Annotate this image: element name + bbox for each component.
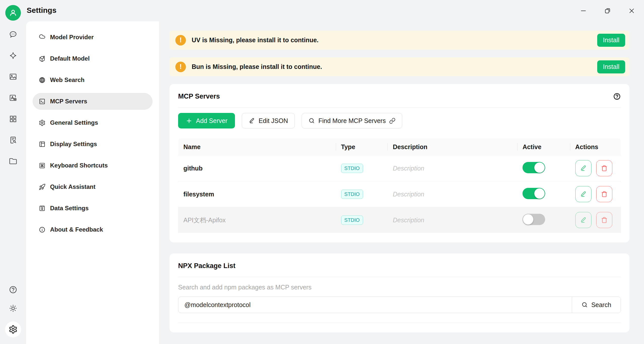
- help-button[interactable]: [8, 284, 19, 295]
- delete-server-button[interactable]: [596, 212, 612, 228]
- mcp-help-button[interactable]: [613, 93, 621, 100]
- chat-button[interactable]: [8, 29, 19, 40]
- images-button[interactable]: [8, 71, 19, 82]
- trash-icon: [601, 217, 608, 224]
- settings-button[interactable]: [5, 321, 21, 337]
- sidebar-item-data-settings[interactable]: Data Settings: [33, 200, 152, 217]
- type-badge: STDIO: [341, 190, 363, 199]
- pencil-icon: [580, 191, 587, 198]
- server-name: filesystem: [178, 191, 336, 198]
- sidebar-item-label: Model Provider: [50, 34, 94, 41]
- npx-card-title: NPX Package List: [178, 262, 235, 270]
- translate-button[interactable]: [8, 92, 19, 103]
- gear-icon: [39, 119, 46, 126]
- add-server-button[interactable]: Add Server: [178, 113, 235, 128]
- install-uv-button[interactable]: Install: [597, 34, 625, 47]
- plus-icon: [186, 117, 192, 124]
- table-row: API文档-Apifox STDIO Description: [178, 207, 621, 233]
- folder-icon: [9, 157, 17, 165]
- npm-search-input[interactable]: [178, 297, 572, 313]
- active-toggle[interactable]: [522, 188, 545, 199]
- npm-search-button[interactable]: Search: [572, 297, 621, 313]
- sidebar-item-mcp-servers[interactable]: MCP Servers: [33, 93, 152, 110]
- mcp-servers-table: Name Type Description Active Actions git…: [178, 139, 621, 233]
- avatar[interactable]: [5, 5, 21, 21]
- files-button[interactable]: [8, 156, 19, 167]
- sidebar-item-keyboard-shortcuts[interactable]: Keyboard Shortcuts: [33, 157, 152, 174]
- col-type: Type: [336, 143, 388, 151]
- sidebar-item-model-provider[interactable]: Model Provider: [33, 29, 152, 46]
- mini-apps-button[interactable]: [8, 113, 19, 124]
- sidebar-item-general-settings[interactable]: General Settings: [33, 114, 152, 131]
- sidebar-item-label: Quick Assistant: [50, 183, 96, 190]
- sun-icon: [9, 304, 18, 313]
- question-circle-icon: [613, 93, 621, 100]
- chat-icon: [9, 30, 17, 39]
- layout-icon: [39, 141, 46, 148]
- trash-icon: [601, 165, 608, 172]
- install-bun-button[interactable]: Install: [597, 60, 625, 73]
- active-toggle[interactable]: [522, 214, 545, 225]
- pencil-icon: [580, 165, 587, 172]
- theme-button[interactable]: [8, 303, 19, 314]
- divider: [178, 277, 621, 277]
- sidebar-item-quick-assistant[interactable]: Quick Assistant: [33, 179, 152, 195]
- server-description: Description: [387, 165, 517, 172]
- active-toggle[interactable]: [522, 162, 545, 173]
- npx-package-card: NPX Package List Search and add npm pack…: [170, 253, 629, 332]
- divider: [178, 107, 621, 108]
- table-row: github STDIO Description: [178, 155, 621, 181]
- edit-server-button[interactable]: [575, 160, 591, 176]
- cloud-icon: [39, 34, 46, 41]
- knowledge-button[interactable]: [8, 135, 19, 146]
- info-icon: [39, 226, 46, 233]
- uv-missing-banner: ! UV is Missing, please install it to co…: [170, 31, 629, 50]
- server-name: github: [178, 165, 336, 172]
- delete-server-button[interactable]: [596, 186, 612, 202]
- search-icon: [308, 117, 315, 124]
- sidebar-item-label: Keyboard Shortcuts: [50, 162, 108, 169]
- npm-search-bar: Search: [178, 296, 621, 313]
- mcp-card-title: MCP Servers: [178, 93, 220, 100]
- sidebar-item-label: General Settings: [50, 119, 98, 126]
- sidebar-item-label: Default Model: [50, 55, 90, 62]
- banner-text: Bun is Missing, please install it to con…: [192, 63, 322, 70]
- settings-sidebar: Model Provider Default Model Web Search …: [26, 21, 159, 344]
- app-rail: [0, 0, 26, 344]
- type-badge: STDIO: [341, 216, 363, 225]
- trash-icon: [601, 191, 608, 198]
- sidebar-item-label: MCP Servers: [50, 98, 87, 105]
- terminal-icon: [39, 98, 46, 105]
- image-icon: [9, 72, 17, 81]
- warning-icon: !: [175, 35, 186, 46]
- npx-subtitle: Search and add npm packages as MCP serve…: [178, 284, 621, 291]
- col-name: Name: [178, 143, 336, 151]
- sidebar-item-label: Display Settings: [50, 141, 97, 148]
- type-badge: STDIO: [341, 164, 363, 173]
- grid-icon: [9, 115, 17, 123]
- rail-nav: [8, 29, 19, 167]
- assistant-button[interactable]: [8, 50, 19, 61]
- edit-server-button[interactable]: [575, 212, 591, 228]
- sidebar-item-about-feedback[interactable]: About & Feedback: [33, 221, 152, 238]
- link-icon: [389, 118, 395, 124]
- sidebar-item-default-model[interactable]: Default Model: [33, 50, 152, 67]
- edit-server-button[interactable]: [575, 186, 591, 202]
- sidebar-item-display-settings[interactable]: Display Settings: [33, 136, 152, 152]
- command-icon: [39, 162, 46, 169]
- sidebar-item-web-search[interactable]: Web Search: [33, 72, 152, 88]
- translate-icon: [9, 94, 17, 102]
- search-icon: [581, 302, 588, 308]
- find-more-mcp-servers-button[interactable]: Find More MCP Servers: [302, 113, 403, 128]
- col-description: Description: [387, 143, 517, 151]
- delete-server-button[interactable]: [596, 160, 612, 176]
- edit-json-button[interactable]: Edit JSON: [242, 113, 295, 128]
- save-icon: [39, 205, 46, 212]
- user-icon: [9, 8, 18, 17]
- server-name: API文档-Apifox: [178, 216, 336, 224]
- banner-text: UV is Missing, please install it to cont…: [192, 36, 318, 44]
- rail-bottom: [0, 284, 26, 337]
- warning-icon: !: [175, 62, 186, 72]
- globe-icon: [39, 77, 46, 83]
- file-search-icon: [9, 136, 17, 144]
